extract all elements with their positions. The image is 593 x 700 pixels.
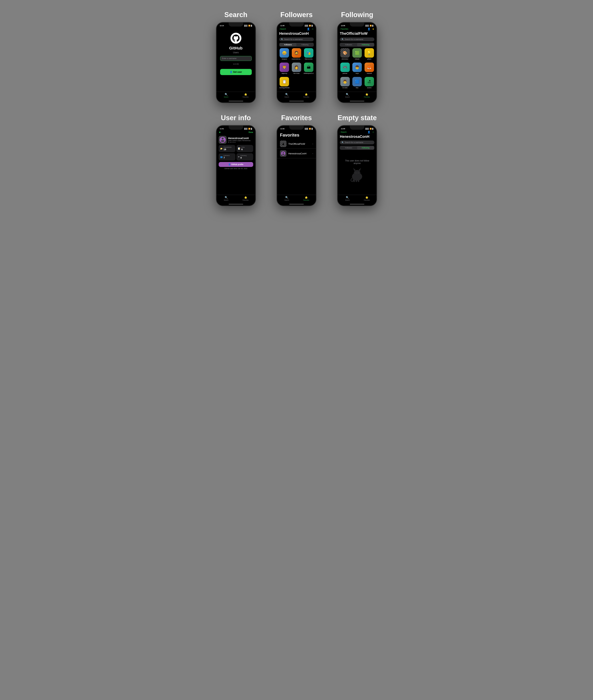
user-cell-marco[interactable]: 🎭 Marcocuma bbox=[303, 48, 314, 61]
bottom-tab-bar-favorites: 🔍 Search ⭐ Favorites bbox=[277, 195, 316, 203]
fav-item-flow[interactable]: ♟ TheOfficialFloW › bbox=[277, 139, 316, 149]
avatar-dajarony: 🦁 bbox=[280, 63, 289, 72]
person-icon-fw[interactable]: 👤 bbox=[367, 28, 370, 30]
avatar-xerpi: 👦 bbox=[352, 63, 362, 72]
back-btn-emptystate[interactable]: ‹ Search bbox=[340, 131, 347, 133]
fav-item-hene[interactable]: HenestrosaConH › bbox=[277, 149, 316, 158]
search-icon-es: 🔍 bbox=[346, 196, 349, 199]
user-cell-noriman[interactable]: 👩 Nor-Iman bbox=[291, 63, 302, 76]
user-cell-santiago[interactable]: 📋 SantiagoRAntal bbox=[279, 77, 290, 90]
tab-fav-fav[interactable]: ⭐ Favorites bbox=[296, 196, 316, 201]
followers-tab-fw[interactable]: Followers bbox=[340, 43, 357, 46]
battery-icon-ui: ▓ bbox=[251, 128, 252, 130]
user-cell-maxim[interactable]: 🧔 maximoferna... bbox=[291, 48, 302, 61]
user-cell-d3m[interactable]: 🎨 d3m3vilurr bbox=[340, 48, 351, 61]
tab-fav-userinfo[interactable]: ⭐ Favorites bbox=[236, 196, 255, 201]
followers-tab-es[interactable]: Followers bbox=[340, 146, 357, 150]
tab-search-active[interactable]: 🔍 Search bbox=[216, 93, 236, 98]
section-following: Following 12:06 ▌▌▌ 📶 ▓ ‹ Favorites bbox=[327, 7, 388, 110]
empty-cat-icon bbox=[348, 166, 366, 187]
github-subtitle: Users bbox=[233, 51, 239, 54]
fav-name-flow: TheOfficialFloW bbox=[288, 142, 311, 145]
user-cell-flatz[interactable]: 🟦 flatz bbox=[352, 77, 363, 90]
user-cell-dajarony[interactable]: 🦁 dajarony bbox=[279, 63, 290, 76]
search-bar-emptystate[interactable]: 🔍 Search for a username bbox=[340, 140, 374, 145]
tab-search-es[interactable]: 🔍 Search bbox=[338, 196, 357, 201]
search-icon-fav: 🔍 bbox=[285, 196, 288, 199]
chevron-icon-flow: › bbox=[313, 143, 313, 145]
followers-tab[interactable]: Followers bbox=[280, 43, 296, 46]
following-tab-fw[interactable]: Following bbox=[357, 43, 374, 46]
tab-bar-followers: Followers Following bbox=[279, 43, 314, 47]
tab-search-userinfo[interactable]: 🔍 Search bbox=[216, 196, 236, 201]
tab-search-followers[interactable]: 🔍 Search bbox=[277, 93, 296, 98]
star-icon-fw[interactable]: ★ bbox=[372, 28, 374, 30]
star-icon-es[interactable]: ☆ bbox=[372, 131, 374, 133]
followers-value-ui: 7 bbox=[224, 156, 230, 159]
wifi-icon-fav: 📶 bbox=[309, 128, 311, 130]
username-noriman: Nor-Iman bbox=[293, 73, 300, 74]
back-btn-following[interactable]: ‹ Favorites bbox=[340, 28, 348, 30]
user-cell-skalpasi[interactable]: 😄 skalpasi bbox=[279, 48, 290, 61]
github-profile-button[interactable]: 👤 GitHub profile bbox=[219, 162, 253, 167]
fav-avatar-hene bbox=[280, 150, 286, 157]
repos-label: Repositories bbox=[224, 147, 232, 148]
back-btn-followers[interactable]: ‹ Search bbox=[279, 28, 286, 30]
search-bar-followers[interactable]: 🔍 Search for a username bbox=[279, 37, 314, 41]
fav-label-f: Favorites bbox=[303, 96, 309, 98]
status-bar-following: 12:06 ▌▌▌ 📶 ▓ bbox=[338, 23, 377, 27]
avatar-petmac: 🎮 bbox=[340, 63, 350, 72]
back-label-following: Favorites bbox=[341, 28, 348, 30]
avatar-niklas: 🟩 bbox=[352, 48, 362, 58]
section-userinfo: User info 11:01 ▌▌▌ 📶 ▓ ★ Done bbox=[205, 110, 266, 213]
battery-icon-fw: ▓ bbox=[372, 25, 373, 27]
get-user-button[interactable]: 👤 Get user bbox=[220, 69, 252, 75]
star-btn-userinfo[interactable]: ★ bbox=[219, 131, 221, 134]
tab-favorites[interactable]: ⭐ Favorites bbox=[236, 93, 255, 98]
person-icon-f[interactable]: 👤 bbox=[307, 28, 310, 30]
person-icon-es[interactable]: 👤 bbox=[367, 131, 370, 133]
username-torvalds: torvalds bbox=[343, 87, 348, 88]
tab-search-following[interactable]: 🔍 Search bbox=[338, 93, 357, 98]
bottom-tab-bar-following: 🔍 Search ⭐ Favorites bbox=[338, 92, 377, 100]
done-button[interactable]: Done bbox=[249, 131, 253, 133]
search-bar-following[interactable]: 🔍 Search for a username bbox=[340, 37, 374, 41]
phone-inner-emptystate: 11:00 ▌▌▌ 📶 ▓ ‹ Search 👤 ☆ bbox=[338, 126, 377, 206]
signal-icon-f: ▌▌▌ bbox=[305, 25, 308, 27]
time-favorites: 11:02 bbox=[280, 128, 284, 130]
bottom-tab-bar-emptystate: 🔍 Search ⭐ Favorites bbox=[338, 195, 377, 203]
user-cell-torvalds[interactable]: 👨 torvalds bbox=[340, 77, 351, 90]
avatar-torvalds: 👨 bbox=[340, 77, 350, 86]
tab-fav-following[interactable]: ⭐ Favorites bbox=[357, 93, 377, 98]
chevron-left-icon-fw: ‹ bbox=[340, 28, 340, 30]
username-marco: Marcocuma bbox=[305, 58, 313, 60]
star-icon-f[interactable]: ☆ bbox=[312, 28, 314, 30]
since-text: GitHub user since Jan 30, 2020 bbox=[216, 168, 255, 169]
following-tab[interactable]: Following bbox=[296, 43, 313, 46]
time-userinfo: 11:01 bbox=[220, 128, 224, 130]
search-content: GitHub Users Enter a username v1.0 (3) 👤… bbox=[216, 27, 255, 92]
nav-actions-followers: 👤 ☆ bbox=[307, 28, 314, 30]
search-label-fw: Search bbox=[345, 96, 350, 98]
user-cell-newsoft[interactable]: 🦊 newsoft bbox=[364, 63, 375, 76]
tab-fav-es[interactable]: ⭐ Favorites bbox=[357, 196, 377, 201]
tab-search-fav[interactable]: 🔍 Search bbox=[277, 196, 296, 201]
user-cell-petmac[interactable]: 🎮 petmac bbox=[340, 63, 351, 76]
svg-point-4 bbox=[356, 172, 357, 173]
username-input[interactable]: Enter a username bbox=[220, 56, 252, 61]
user-cell-yifan[interactable]: 💡 yifanlu bbox=[364, 48, 375, 61]
tab-fav-followers[interactable]: ⭐ Favorites bbox=[296, 93, 316, 98]
user-cell-xerpi[interactable]: 👦 xerpi bbox=[352, 63, 363, 76]
fav-icon-ui: ⭐ bbox=[244, 196, 247, 199]
user-cell-niklas[interactable]: 🟩 niklasb bbox=[352, 48, 363, 61]
status-icons-followers: ▌▌▌ 📶 ▓ bbox=[305, 25, 313, 27]
nav-actions-emptystate: 👤 ☆ bbox=[367, 131, 374, 133]
following-tab-es[interactable]: Following bbox=[357, 146, 374, 150]
svg-rect-6 bbox=[353, 179, 355, 182]
username-xerpi: xerpi bbox=[356, 73, 359, 74]
username-santiago: SantiagoRAntal bbox=[279, 87, 289, 88]
user-cell-jdm[interactable]: 🏔 JDMarquezCLC bbox=[303, 63, 314, 76]
avatar-d3m: 🎨 bbox=[340, 48, 350, 58]
user-cell-acama[interactable]: 🏖 acama bbox=[364, 77, 375, 90]
user-title-emptystate: HenestrosaConH bbox=[338, 134, 377, 140]
